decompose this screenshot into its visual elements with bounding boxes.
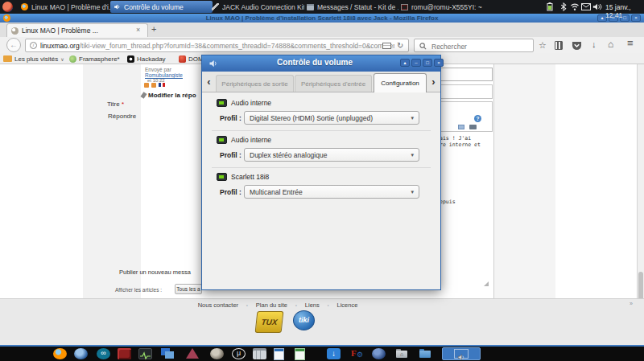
post-sent-by: Envoyé par xyxy=(145,67,171,72)
launcher-musescore-icon[interactable]: μ xyxy=(232,348,246,359)
dialog-close-button[interactable]: × xyxy=(434,59,444,67)
help-icon[interactable]: ? xyxy=(474,115,481,122)
bookmark-star-icon[interactable]: ☆ xyxy=(539,40,547,50)
editor-camera-icon[interactable] xyxy=(469,125,477,129)
launcher-network-globe-icon[interactable] xyxy=(372,348,386,359)
mail-icon[interactable] xyxy=(581,2,591,11)
launcher-hydrogen-icon[interactable] xyxy=(118,348,131,359)
chevron-down-icon: ∨ xyxy=(60,56,64,62)
refresh-icon[interactable]: ↻ xyxy=(397,41,403,50)
tab-scroll-left-button[interactable]: ‹ xyxy=(204,74,214,90)
editor-fullscreen-icon[interactable] xyxy=(458,125,464,129)
caret-down-icon: ▾ xyxy=(411,152,414,158)
dialog-rollup-button[interactable]: ▴ xyxy=(400,59,410,67)
launcher-thunderbird-icon[interactable] xyxy=(74,348,88,359)
launcher-windows-icon[interactable] xyxy=(161,348,175,359)
edit-reply-heading: Modifier la répo xyxy=(148,92,196,99)
bookmark-framasphere[interactable]: Framasphere* xyxy=(69,54,120,64)
dialog-minimize-button[interactable]: – xyxy=(411,59,421,67)
device-name: Audio interne xyxy=(231,136,271,144)
launcher-firefox-icon[interactable] xyxy=(53,348,67,359)
launcher-folder-icon[interactable] xyxy=(419,348,432,359)
caret-down-icon: ▾ xyxy=(411,189,414,195)
profile-select-scarlett[interactable]: Multicanal Entrée ▾ xyxy=(244,185,419,199)
bookmark-label: Hackaday xyxy=(137,55,166,63)
footer-link-contact[interactable]: Nous contacter xyxy=(198,302,238,309)
jack-cable-icon xyxy=(212,3,219,10)
battery-icon[interactable] xyxy=(546,2,555,11)
tiki-logo[interactable]: tiki xyxy=(293,310,315,330)
sound-card-icon xyxy=(217,136,227,144)
dialog-tab-strip: ‹ Périphériques de sortie Périphériques … xyxy=(202,72,440,92)
taskbutton-firefox[interactable]: Linux MAO | Problème d'i... xyxy=(18,1,114,13)
pocket-icon[interactable] xyxy=(572,41,582,51)
downloads-icon[interactable]: ↓ xyxy=(592,39,597,49)
resize-grip[interactable] xyxy=(484,281,489,286)
menu-hamburger-icon[interactable]: ≡ xyxy=(627,39,634,48)
star-separator-icon: ⋆ xyxy=(327,302,330,308)
launcher-calculator-icon[interactable] xyxy=(253,348,266,359)
search-bar[interactable] xyxy=(414,39,534,52)
url-bar[interactable]: i linuxmao.org/tiki-view_forum_thread.ph… xyxy=(25,39,409,52)
section-separator xyxy=(212,167,431,168)
profile-select-hdmi[interactable]: Digital Stereo (HDMI) Sortie (unplugged)… xyxy=(244,111,419,125)
tab-configuration[interactable]: Configuration xyxy=(374,73,427,92)
site-info-icon[interactable]: i xyxy=(30,42,37,49)
gear-icon: ⚙ xyxy=(357,351,363,359)
firefox-icon xyxy=(21,3,28,10)
post-preview-line: epuis xyxy=(440,199,456,205)
wifi-icon[interactable] xyxy=(570,2,580,11)
tab-output-devices[interactable]: Périphériques de sortie xyxy=(216,75,294,92)
launcher-settings-icon[interactable]: F⚙ xyxy=(351,348,365,359)
tab-linuxmao[interactable]: Linux MAO | Problème ... × xyxy=(6,23,148,37)
dialog-maximize-button[interactable]: □ xyxy=(423,59,432,67)
home-icon[interactable]: ⌂ xyxy=(608,39,613,49)
user-badge-icon xyxy=(151,83,156,88)
tux-family-logo[interactable]: TUX xyxy=(255,311,284,333)
tab-input-devices[interactable]: Périphériques d'entrée xyxy=(295,75,372,92)
scroll-top-icon[interactable]: » xyxy=(630,301,633,306)
clock[interactable]: 15 janv., 12:41 xyxy=(605,3,642,19)
tab-close-icon[interactable]: × xyxy=(136,26,140,34)
post-author-link[interactable]: Romubulangiste xyxy=(145,72,183,78)
tab-scroll-right-button[interactable]: › xyxy=(428,74,439,90)
profile-label: Profil : xyxy=(220,151,242,159)
taskbutton-messages[interactable]: Messages / Statut - Kit de ... xyxy=(303,1,402,13)
launcher-ardour-icon[interactable] xyxy=(186,348,199,359)
launcher-home-folder-icon[interactable]: ⌂ xyxy=(395,348,409,359)
bookmark-most-visited[interactable]: Les plus visités ∨ xyxy=(3,54,64,64)
footer-link-links[interactable]: Liens xyxy=(305,302,320,309)
taskbutton-volume-control[interactable]: Contrôle du volume xyxy=(110,1,213,13)
new-tab-button[interactable]: + xyxy=(151,24,156,34)
footer-link-license[interactable]: Licence xyxy=(337,302,358,309)
page-right-gutter xyxy=(493,64,555,298)
footer-link-sitemap[interactable]: Plan du site xyxy=(256,302,287,309)
bluetooth-icon[interactable] xyxy=(559,2,568,11)
post-preview-line: re interne et xyxy=(440,142,481,148)
filter-select-button[interactable]: Tous les a xyxy=(175,284,202,294)
launcher-scope-icon[interactable] xyxy=(138,348,152,359)
applications-menu-icon[interactable] xyxy=(2,2,13,12)
taskbutton-terminal[interactable]: romu@romu-X555YI: ~ xyxy=(398,1,489,13)
reader-view-icon[interactable] xyxy=(382,43,391,49)
dialog-titlebar[interactable]: Contrôle du volume ▴ – □ × xyxy=(202,55,440,72)
bookmarks-library-icon[interactable] xyxy=(555,41,563,50)
launcher-download-icon[interactable]: ↓ xyxy=(327,348,341,359)
taskbar-active-volume-window[interactable] xyxy=(442,347,481,360)
top-panel: Linux MAO | Problème d'i... Contrôle du … xyxy=(0,0,644,14)
launcher-gimp-icon[interactable] xyxy=(210,348,224,359)
profile-label: Profil : xyxy=(220,188,242,196)
launcher-calc-icon[interactable] xyxy=(295,348,305,360)
taskbutton-jack[interactable]: JACK Audio Connection Kit ... xyxy=(208,1,308,13)
device-name: Audio interne xyxy=(231,99,271,107)
profile-select-analog[interactable]: Duplex stéréo analogique ▾ xyxy=(244,148,419,162)
title-field-label: Titre * xyxy=(107,101,124,108)
back-button[interactable]: ← xyxy=(6,38,21,52)
search-input[interactable] xyxy=(430,40,530,52)
launcher-writer-icon[interactable] xyxy=(274,348,284,360)
launcher-arduino-icon[interactable]: ∞ xyxy=(97,348,110,359)
profile-value: Digital Stereo (HDMI) Sortie (unplugged) xyxy=(250,114,373,122)
filter-label: Afficher les articles : xyxy=(115,287,162,293)
volume-tray-icon[interactable] xyxy=(592,2,602,11)
bookmark-hackaday[interactable]: Hackaday xyxy=(127,54,166,64)
